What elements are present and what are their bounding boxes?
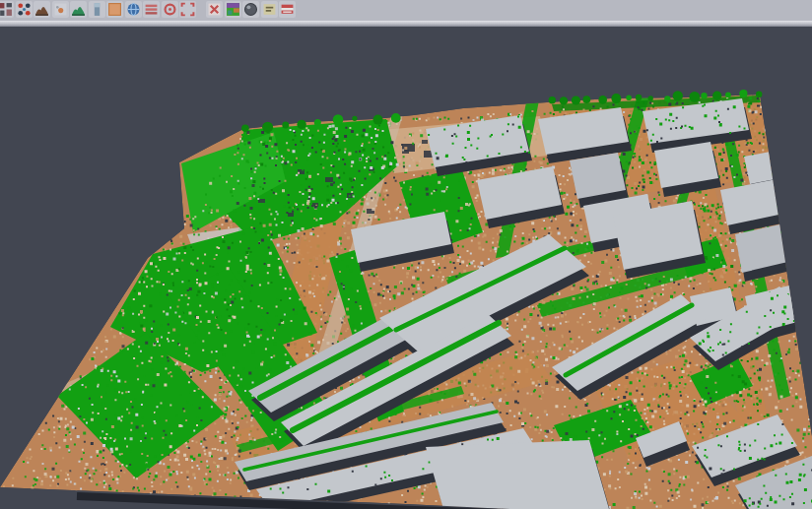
scatter-points-icon[interactable] (16, 1, 33, 18)
dem-green-icon[interactable] (70, 1, 87, 18)
flag-stripes-icon[interactable] (279, 1, 296, 18)
profile-column-icon[interactable] (89, 1, 105, 18)
globe-icon[interactable] (125, 1, 142, 18)
edit-mosaic-icon[interactable] (0, 1, 14, 18)
contour-point-icon[interactable] (52, 1, 69, 18)
dem-brown-icon[interactable] (34, 1, 50, 18)
extent-brackets-icon[interactable] (179, 1, 196, 18)
sphere-view-icon[interactable] (242, 1, 259, 18)
delete-selection-icon[interactable] (206, 1, 223, 18)
building-roof (426, 440, 609, 509)
target-icon[interactable] (162, 1, 178, 18)
toolbar (0, 0, 812, 21)
orthoimage-icon[interactable] (106, 1, 123, 18)
toolbar-edge-divider (0, 21, 812, 27)
3d-viewport[interactable] (0, 0, 812, 509)
classification-colors-icon[interactable] (225, 1, 241, 18)
notes-tag-icon[interactable] (261, 1, 278, 18)
attribute-table-icon[interactable] (143, 1, 160, 18)
